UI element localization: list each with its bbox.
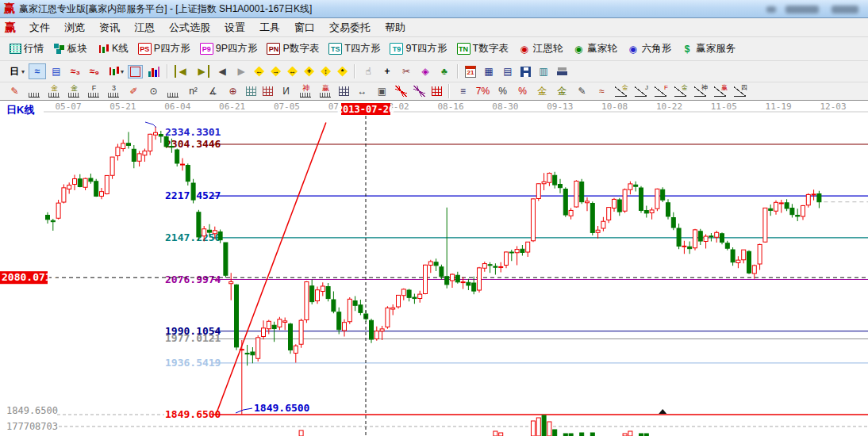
notes-button[interactable]: ▤ (499, 63, 517, 79)
f-comb-tool[interactable]: F (85, 83, 103, 100)
menu-item[interactable]: 窗口 (287, 19, 322, 36)
profile-histogram-button[interactable] (144, 63, 163, 79)
shen-comb-tool[interactable]: 神 (297, 83, 315, 100)
zigzag9-button[interactable]: ≈₉ (86, 63, 103, 79)
menu-item[interactable]: 资讯 (92, 19, 127, 36)
wave-count-tool[interactable]: И (277, 83, 295, 99)
band-tool[interactable]: ≈ (593, 83, 611, 99)
f-angle-tool[interactable]: F (652, 83, 670, 99)
period-day-dropdown[interactable]: 日 ▾ (6, 63, 27, 79)
gold-angle-tool[interactable]: 金 (613, 83, 631, 99)
toolbar-button-icon: ▤ (50, 65, 63, 78)
hand-tool-button[interactable]: ☝ (359, 63, 377, 79)
expand-all-button[interactable]: * (335, 65, 350, 78)
toolbar-button-icon (167, 85, 180, 98)
quotes-button[interactable]: 行情 (5, 40, 48, 57)
gold-lines-tool[interactable]: 金 (553, 83, 571, 99)
info-panel-button[interactable]: ▤ (48, 63, 65, 79)
gold-angle2-tool[interactable]: 金 (672, 83, 690, 99)
n-square-tool[interactable]: n² (184, 83, 202, 99)
menu-item[interactable]: 交易委托 (322, 19, 378, 36)
percent-under-tool[interactable]: % (513, 83, 532, 99)
candle-body (294, 346, 298, 353)
image-export-button[interactable]: ▥ (535, 63, 552, 79)
t-square-button[interactable]: TS T四方形 (324, 40, 385, 57)
kline-chart-canvas[interactable]: 05-0705-2106-0406-2107-0507-1808-0208-16… (0, 101, 868, 436)
gold-comb2-tool[interactable]: 金 (65, 83, 83, 100)
menu-item[interactable]: 帮助 (378, 19, 413, 36)
star-grid-tool[interactable] (244, 85, 259, 98)
candle-body (332, 300, 336, 312)
shift-left-button[interactable]: ← (252, 65, 267, 78)
kline-button[interactable]: K线 (92, 40, 133, 57)
calculator-button[interactable]: ▦ (480, 63, 497, 79)
clover-tool-button[interactable]: ♣ (436, 63, 453, 79)
menu-item[interactable]: 工具 (252, 19, 287, 36)
menu-item[interactable]: 文件 (22, 19, 57, 36)
save-button[interactable] (518, 65, 533, 78)
gann-circle-tool[interactable]: ⊕ (224, 83, 242, 99)
next-bar-button[interactable]: ▶ (232, 63, 250, 79)
ink-tool[interactable]: ✎ (573, 83, 591, 99)
gold-comb-tool[interactable]: 金 (45, 83, 63, 100)
angle-measure-tool[interactable]: ∡ (204, 83, 222, 99)
toolbar-button-icon (339, 86, 349, 96)
three-comb-tool[interactable]: 3 (105, 83, 123, 100)
prev-bar-button[interactable]: ◀ (213, 63, 231, 79)
gann-box-button[interactable] (128, 65, 143, 78)
wave-tool-button[interactable]: ≈ (29, 63, 46, 79)
red-grid-tool[interactable] (429, 85, 444, 98)
number-grid-tool[interactable] (336, 85, 351, 98)
winner-service-button[interactable]: $ 赢家服务 (676, 40, 740, 57)
si-angle-tool[interactable]: 四 (732, 83, 750, 99)
skip-end-button[interactable]: ▶ (193, 63, 212, 79)
shift-right-button[interactable]: → (268, 65, 283, 78)
p-square-button[interactable]: PS P四方形 (133, 40, 195, 57)
p9-square-button[interactable]: P9 9P四方形 (195, 40, 263, 57)
candle-body (73, 179, 77, 185)
compass-tool[interactable]: ⊙ (144, 83, 163, 99)
expand-vertical-button[interactable]: ↕ (318, 65, 333, 78)
gold-circle-tool[interactable]: 金 (533, 83, 551, 99)
levels-tool[interactable]: ≡ (454, 83, 472, 99)
gann-wheel-button[interactable]: ◉ 江恩轮 (513, 40, 568, 57)
expand-horizontal-button[interactable]: ↔ (285, 65, 300, 78)
hexagon-button[interactable]: ◉ 六角形 (622, 40, 677, 57)
sectors-button[interactable]: 板块 (48, 40, 92, 57)
winner-wheel-button[interactable]: ◉ 赢家轮 (567, 40, 622, 57)
p-number-table-button[interactable]: PN P数字表 (262, 40, 324, 57)
menu-item[interactable]: 浏览 (57, 19, 92, 36)
toolbar-button-icon: ♣ (438, 65, 451, 78)
ying-angle-tool[interactable]: 赢 (712, 83, 730, 99)
scissors-tool-button[interactable]: ✂ (398, 63, 415, 79)
pen-tool[interactable]: ✎ (6, 83, 24, 99)
percent-line-tool[interactable]: 7% (474, 83, 492, 99)
print-button[interactable] (554, 64, 570, 78)
shen-angle-tool[interactable]: 神 (692, 83, 710, 99)
calendar-button[interactable]: 21 (463, 64, 478, 79)
box-tool[interactable]: ▣ (373, 83, 391, 99)
kline-chart[interactable]: 05-0705-2106-0406-2107-0507-1808-0208-16… (0, 101, 868, 436)
harrow-tool[interactable]: ↔ (353, 83, 371, 99)
candle-style-dropdown[interactable]: ▾ (105, 63, 126, 79)
spiral-grid-tool[interactable] (260, 85, 275, 98)
comb2-tool[interactable] (164, 83, 182, 100)
ying-comb-tool[interactable]: 赢 (317, 83, 335, 100)
menu-item[interactable]: 江恩 (127, 19, 162, 36)
brush-tool[interactable]: ✐ (125, 83, 143, 99)
mark-tool-button[interactable]: ◈ (417, 63, 434, 79)
t9-square-button[interactable]: T9 9T四方形 (385, 40, 451, 57)
percent-tool[interactable]: % (494, 83, 512, 99)
purple-fan-tool[interactable] (411, 84, 428, 98)
t-number-table-button[interactable]: TN T数字表 (452, 40, 513, 57)
zigzag3-button[interactable]: ≈₃ (67, 63, 84, 79)
j-angle-tool[interactable]: J (632, 83, 651, 99)
toolbar-separator (354, 64, 355, 78)
comb-tool[interactable] (25, 83, 44, 100)
menu-item[interactable]: 设置 (217, 19, 252, 36)
menu-item[interactable]: 公式选股 (162, 19, 217, 36)
red-fan-tool[interactable] (393, 84, 409, 98)
compress-button[interactable]: + (301, 65, 317, 78)
crosshair-tool-button[interactable]: + (378, 63, 396, 79)
skip-start-button[interactable]: ◀ (172, 63, 191, 79)
